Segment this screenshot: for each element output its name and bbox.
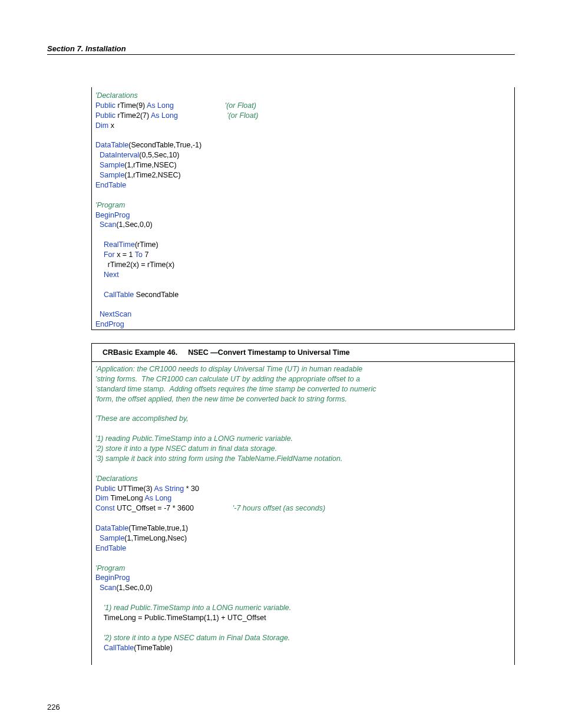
- code-line: RealTime(rTime): [95, 240, 514, 250]
- code-line: [95, 280, 514, 290]
- code-text: UTC_Offset = -7 * 3600: [115, 504, 233, 512]
- code-line: [95, 513, 514, 523]
- code-line: Sample(1,rTime,NSEC): [95, 160, 514, 170]
- code-line: 'Program: [95, 200, 514, 210]
- code-line: 'Application: the CR1000 needs to displa…: [95, 364, 514, 374]
- code-keyword: Sample: [100, 161, 124, 169]
- code-line: '1) read Public.TimeStamp into a LONG nu…: [95, 603, 514, 613]
- code-text: [174, 101, 225, 110]
- code-line: DataTable(SecondTable,True,-1): [95, 140, 514, 150]
- code-keyword: Scan: [100, 584, 117, 592]
- code-line: [95, 464, 514, 474]
- code-text: rTime(9): [115, 101, 147, 110]
- code-keyword: BeginProg: [95, 574, 130, 582]
- code-line: [95, 623, 514, 633]
- code-text: [95, 151, 100, 159]
- code-text: [95, 644, 104, 652]
- code-text: * 30: [184, 485, 199, 493]
- code-text: SecondTable: [134, 291, 178, 299]
- code-keyword: For: [104, 251, 115, 259]
- code-keyword: Next: [104, 271, 119, 279]
- code-text: x: [108, 121, 114, 130]
- code-line: DataTable(TimeTable,true,1): [95, 523, 514, 533]
- code-keyword: As Long: [147, 101, 174, 110]
- code-line: Sample(1,rTime2,NSEC): [95, 170, 514, 180]
- code-comment: 'Application: the CR1000 needs to displa…: [95, 365, 362, 373]
- code-line: Dim TimeLong As Long: [95, 493, 514, 503]
- code-text: [178, 111, 227, 120]
- code-line: Next: [95, 270, 514, 280]
- code-keyword: Sample: [100, 171, 124, 179]
- code-line: CallTable(TimeTable): [95, 643, 514, 653]
- code-line: Scan(1,Sec,0,0): [95, 220, 514, 230]
- code-text: (1,rTime,NSEC): [124, 161, 176, 169]
- code-keyword: Public: [95, 111, 115, 120]
- code-keyword: Dim: [95, 121, 108, 130]
- code-line: '3) sample it back into string form usin…: [95, 454, 514, 464]
- code-line: [95, 404, 514, 414]
- example-title: CRBasic Example 46.NSEC —Convert Timesta…: [92, 344, 514, 362]
- code-keyword: Public: [95, 485, 115, 493]
- code-text: (SecondTable,True,-1): [128, 141, 201, 149]
- code-line: '2) store it into a type NSEC datum in f…: [95, 444, 514, 454]
- code-line: [95, 424, 514, 434]
- code-line: '1) reading Public.TimeStamp into a LONG…: [95, 434, 514, 444]
- code-line: [95, 653, 514, 663]
- code-block-2: 'Application: the CR1000 needs to displa…: [92, 362, 514, 665]
- page-header: Section 7. Installation: [47, 44, 515, 55]
- code-line: 'standard time stamp. Adding offsets req…: [95, 384, 514, 394]
- code-keyword: DataTable: [95, 141, 128, 149]
- code-line: 'string forms. The CR1000 can calculate …: [95, 374, 514, 384]
- code-comment: 'string forms. The CR1000 can calculate …: [95, 375, 360, 383]
- code-comment: '-7 hours offset (as seconds): [233, 504, 325, 512]
- code-line: BeginProg: [95, 573, 514, 583]
- code-keyword: EndTable: [95, 181, 126, 189]
- code-keyword: Scan: [100, 220, 117, 229]
- code-line: EndTable: [95, 543, 514, 554]
- example-title-rest: NSEC —Convert Timestamp to Universal Tim…: [188, 348, 350, 357]
- code-box-1: 'DeclarationsPublic rTime(9) As Long '(o…: [91, 87, 515, 330]
- code-text: [95, 534, 100, 542]
- code-line: [95, 131, 514, 141]
- code-comment: '1) read Public.TimeStamp into a LONG nu…: [104, 604, 291, 612]
- code-keyword: As Long: [144, 494, 171, 502]
- code-text: (1,Sec,0,0): [116, 584, 152, 592]
- code-comment: 'standard time stamp. Adding offsets req…: [95, 385, 376, 393]
- code-keyword: Public: [95, 101, 115, 110]
- code-line: 'These are accomplished by,: [95, 414, 514, 424]
- code-text: (1,Sec,0,0): [116, 220, 152, 229]
- code-keyword: As Long: [151, 111, 178, 120]
- code-text: x = 1: [115, 251, 135, 259]
- code-text: UTTime(3): [115, 485, 154, 493]
- code-line: Public UTTime(3) As String * 30: [95, 484, 514, 494]
- code-comment: 'Program: [95, 201, 125, 209]
- code-text: rTime2(x) = rTime(x): [95, 261, 174, 269]
- code-text: (1,TimeLong,Nsec): [124, 534, 187, 542]
- code-line: Public rTime2(7) As Long '(or Float): [95, 111, 514, 121]
- code-text: [95, 584, 100, 592]
- code-text: (TimeTable): [134, 644, 173, 652]
- code-line: EndProg: [95, 319, 514, 330]
- code-line: [95, 593, 514, 603]
- code-text: rTime2(7): [115, 111, 151, 120]
- code-keyword: NextScan: [100, 310, 131, 318]
- code-line: 'Declarations: [95, 91, 514, 101]
- code-comment: 'These are accomplished by,: [95, 414, 189, 423]
- code-line: CallTable SecondTable: [95, 290, 514, 300]
- code-comment: '1) reading Public.TimeStamp into a LONG…: [95, 434, 293, 443]
- code-line: TimeLong = Public.TimeStamp(1,1) + UTC_O…: [95, 613, 514, 623]
- code-text: [95, 634, 104, 642]
- code-keyword: To: [135, 251, 143, 259]
- code-text: (0,5,Sec,10): [139, 151, 179, 159]
- example-title-prefix: CRBasic Example 46.: [103, 348, 177, 357]
- code-text: 7: [143, 251, 148, 259]
- code-text: [95, 241, 104, 249]
- code-line: NextScan: [95, 309, 514, 319]
- code-text: [95, 161, 100, 169]
- code-line: Sample(1,TimeLong,Nsec): [95, 533, 514, 543]
- code-line: rTime2(x) = rTime(x): [95, 260, 514, 270]
- code-keyword: DataTable: [95, 524, 128, 532]
- code-keyword: Sample: [100, 534, 124, 542]
- code-text: TimeLong = Public.TimeStamp(1,1) + UTC_O…: [95, 614, 266, 622]
- code-comment: '(or Float): [227, 111, 258, 120]
